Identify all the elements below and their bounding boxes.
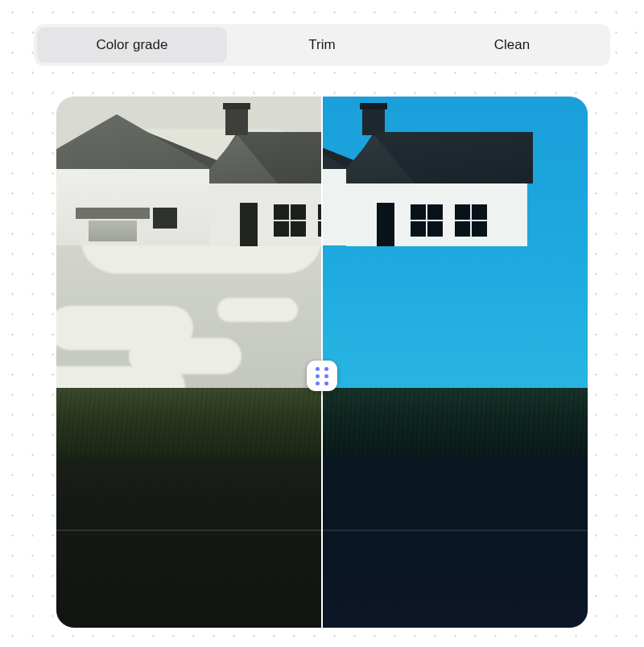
tab-label: Clean (494, 37, 530, 52)
compare-after-pane: ︶ ︶ ︶ ︶ ︶ ︶ ︶ ︶ (322, 97, 588, 628)
tab-color-grade[interactable]: Color grade (37, 27, 227, 63)
grip-dots-icon (316, 367, 328, 385)
before-after-compare: ︶ ︶ ︶ ︶ ︶ ︶ ︶ ︶ (56, 97, 588, 628)
tab-label: Color grade (97, 37, 168, 52)
tab-clean[interactable]: Clean (417, 27, 607, 63)
tool-tabs: Color grade Trim Clean (34, 24, 610, 66)
tab-trim[interactable]: Trim (227, 27, 417, 63)
tab-label: Trim (308, 37, 335, 52)
compare-handle[interactable] (307, 361, 337, 391)
before-image (56, 97, 322, 628)
after-image: ︶ ︶ ︶ ︶ ︶ ︶ ︶ ︶ (322, 97, 588, 628)
compare-before-pane (56, 97, 322, 628)
